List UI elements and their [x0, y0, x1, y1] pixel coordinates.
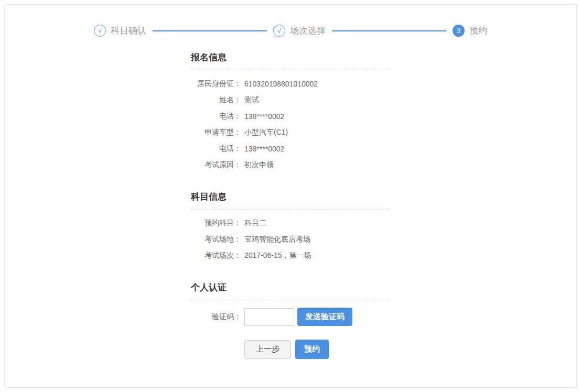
- section-title: 个人认证: [191, 281, 389, 300]
- send-verification-code-button[interactable]: 发送验证码: [297, 308, 352, 326]
- step-done-check-icon: √: [94, 25, 106, 37]
- verification-code-label: 验证码：: [191, 312, 241, 322]
- row-label: 居民身份证：: [191, 79, 241, 89]
- stepper: √ 科目确认 √ 场次选择 3 预约: [5, 25, 576, 37]
- info-row-name: 姓名： 测试: [191, 92, 389, 108]
- appointment-panel: √ 科目确认 √ 场次选择 3 预约 报名信息 居民身份证： 610320198…: [4, 4, 577, 388]
- section-registration-info: 报名信息 居民身份证： 610320198801010002 姓名： 测试 电话…: [191, 51, 389, 173]
- book-appointment-button[interactable]: 预约: [295, 340, 329, 359]
- row-value: 610320198801010002: [244, 80, 318, 88]
- row-value: 初次申领: [244, 160, 274, 170]
- row-value: 科目二: [244, 219, 266, 228]
- step-number-badge: 3: [453, 25, 465, 37]
- step-done-check-icon: √: [273, 25, 285, 37]
- registration-rows: 居民身份证： 610320198801010002 姓名： 测试 电话： 138…: [191, 70, 389, 173]
- row-value: 测试: [244, 95, 259, 105]
- row-value: 小型汽车(C1): [244, 128, 288, 137]
- row-value: 2017-06-15，第一场: [244, 251, 311, 260]
- step-label: 场次选择: [290, 25, 326, 37]
- info-row-vehicle-type: 申请车型： 小型汽车(C1): [191, 124, 389, 140]
- row-label: 申请车型：: [191, 128, 241, 137]
- step-subject-confirm[interactable]: √ 科目确认: [94, 25, 146, 37]
- row-value: 138****0002: [244, 112, 284, 121]
- row-label: 电话：: [191, 112, 241, 121]
- info-row-id-number: 居民身份证： 610320198801010002: [191, 75, 389, 92]
- subject-rows: 预约科目： 科目二 考试场地： 宝鸡智能化底店考场 考试场次： 2017-06-…: [191, 210, 389, 264]
- info-row-exam-session: 考试场次： 2017-06-15，第一场: [191, 247, 389, 264]
- stepper-connector-line: [153, 30, 267, 31]
- info-row-phone: 电话： 138****0002: [191, 108, 389, 124]
- content-column: 报名信息 居民身份证： 610320198801010002 姓名： 测试 电话…: [191, 51, 389, 359]
- section-title: 科目信息: [191, 191, 389, 210]
- row-label: 姓名：: [191, 95, 241, 105]
- step-session-select[interactable]: √ 场次选择: [273, 25, 326, 37]
- row-label: 考试原因：: [191, 160, 241, 170]
- row-label: 考试场地：: [191, 235, 241, 244]
- previous-step-button[interactable]: 上一步: [244, 340, 291, 359]
- step-label: 预约: [469, 25, 487, 37]
- info-row-exam-reason: 考试原因： 初次申领: [191, 157, 389, 173]
- section-personal-verification: 个人认证 验证码： 发送验证码: [191, 281, 389, 326]
- section-title: 报名信息: [191, 51, 389, 70]
- stepper-connector-line: [332, 30, 446, 31]
- info-row-booked-subject: 预约科目： 科目二: [191, 215, 389, 231]
- row-label: 考试场次：: [191, 251, 241, 260]
- step-appointment[interactable]: 3 预约: [453, 25, 487, 37]
- bottom-actions: 上一步 预约: [244, 340, 389, 359]
- row-label: 电话：: [191, 144, 241, 154]
- verification-code-row: 验证码： 发送验证码: [191, 308, 389, 326]
- info-row-exam-site: 考试场地： 宝鸡智能化底店考场: [191, 231, 389, 247]
- row-label: 预约科目：: [191, 219, 241, 228]
- row-value: 宝鸡智能化底店考场: [244, 235, 310, 244]
- verification-code-input[interactable]: [244, 308, 294, 326]
- info-row-phone-2: 电话： 138****0002: [191, 140, 389, 157]
- step-label: 科目确认: [111, 25, 146, 37]
- row-value: 138****0002: [244, 145, 284, 153]
- section-subject-info: 科目信息 预约科目： 科目二 考试场地： 宝鸡智能化底店考场 考试场次： 201…: [191, 191, 389, 264]
